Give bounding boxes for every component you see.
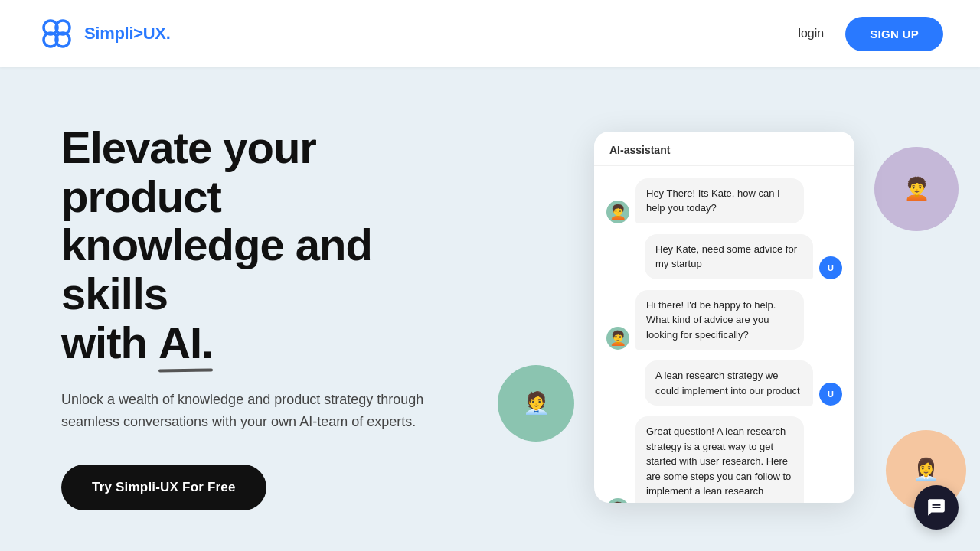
avatar-kate: 🧑‍🦱 [874,147,959,231]
ai-avatar-3: 🧑‍🦱 [606,498,629,503]
message-bubble-4: A lean research strategy we could implem… [645,360,813,406]
chat-support-icon [926,497,946,517]
login-button[interactable]: login [798,27,824,41]
hero-ai-text: AI. [158,318,213,367]
chat-support-bubble[interactable] [914,485,959,530]
hero-right: 🧑‍🦱 AI-assistant 🧑‍🦱 Hey There! Its Kate… [505,132,943,503]
chat-window: AI-assistant 🧑‍🦱 Hey There! Its Kate, ho… [594,132,854,503]
message-bubble-3: Hi there! I'd be happy to help. What kin… [635,290,804,350]
nav-actions: login SIGN UP [798,17,943,51]
hero-title: Elevate your product knowledge and skill… [61,123,475,367]
hero-section: Elevate your product knowledge and skill… [0,67,980,551]
chat-header: AI-assistant [594,132,854,166]
avatar-expert-1: 🧑‍💼 [498,365,574,442]
logo: Simpli>UX. [37,14,171,54]
hero-subtitle: Unlock a wealth of knowledge and product… [61,389,429,434]
message-5: 🧑‍🦱 Great question! A lean research stra… [606,416,842,503]
hero-cta-button[interactable]: Try Simpli-UX For Free [61,465,266,510]
logo-icon [37,14,77,54]
message-3: 🧑‍🦱 Hi there! I'd be happy to help. What… [606,290,842,350]
message-bubble-2: Hey Kate, need some advice for my startu… [645,234,813,279]
message-2: U Hey Kate, need some advice for my star… [606,234,842,279]
hero-left: Elevate your product knowledge and skill… [61,123,475,510]
message-1: 🧑‍🦱 Hey There! Its Kate, how can I help … [606,178,842,223]
brand-name: Simpli>UX. [84,24,171,44]
user-avatar-2: U [819,383,842,406]
message-4: U A lean research strategy we could impl… [606,360,842,406]
user-avatar-1: U [819,256,842,279]
ai-avatar-1: 🧑‍🦱 [606,201,629,223]
ai-avatar-2: 🧑‍🦱 [606,327,629,350]
chat-messages: 🧑‍🦱 Hey There! Its Kate, how can I help … [594,166,854,503]
navbar: Simpli>UX. login SIGN UP [0,0,980,67]
signup-button[interactable]: SIGN UP [845,17,943,51]
message-bubble-5: Great question! A lean research strategy… [635,416,804,503]
message-bubble-1: Hey There! Its Kate, how can I help you … [635,178,804,223]
